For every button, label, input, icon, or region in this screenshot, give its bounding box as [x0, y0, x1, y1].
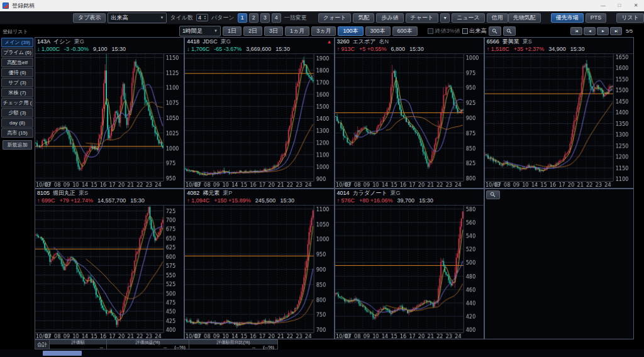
- chart-tile-header: 4014カラダノート東G: [335, 189, 484, 197]
- chart-tile: 8105堀田丸正東S↑ 699C+79 +12.74%14,557,70015:…: [35, 189, 184, 340]
- zoom-in-icon[interactable]: [489, 26, 501, 36]
- news-button[interactable]: ニュース: [452, 13, 485, 23]
- last-page-icon[interactable]: ▶|: [610, 27, 622, 35]
- volume-value: 9,100: [93, 45, 108, 53]
- stock-code: 8105: [37, 190, 50, 197]
- price-chart-canvas[interactable]: [185, 206, 333, 340]
- quote-button[interactable]: クォート: [318, 13, 352, 23]
- search-button[interactable]: [486, 190, 500, 199]
- range-3month-button[interactable]: 3ヵ月: [311, 26, 336, 36]
- sidebar-item[interactable]: 少額 (3): [1, 108, 33, 118]
- price-chart-canvas[interactable]: [335, 206, 484, 340]
- sidebar-item[interactable]: サブ (3): [1, 78, 33, 87]
- stock-market: 東S: [79, 190, 88, 197]
- pattern-4-button[interactable]: 4: [272, 13, 281, 23]
- pattern-2-button[interactable]: 2: [249, 13, 258, 23]
- last-price: ↑ 1,518C: [487, 45, 509, 53]
- bars-100-button[interactable]: 100本: [338, 26, 363, 36]
- last-price: ↓ 1,706C: [187, 45, 209, 53]
- bars-300-button[interactable]: 300本: [365, 26, 391, 36]
- sidebar: 登録リスト メイン (39)プライム (6)高配当etf優待 (6)サブ (3)…: [0, 25, 35, 339]
- range-1day-button[interactable]: 1日: [223, 26, 242, 36]
- spinner-arrows-icon[interactable]: ▲▼: [204, 15, 206, 20]
- checkbox-icon: [428, 28, 433, 34]
- tile-count-spinner[interactable]: 4▲▼: [196, 14, 208, 21]
- pager-group: |◀◀▶▶| 5/5: [570, 27, 634, 35]
- bars-600-button[interactable]: 600本: [392, 26, 418, 36]
- indicator-dropdown[interactable]: 出来高▼: [108, 13, 167, 23]
- depth-button[interactable]: 気配: [353, 13, 374, 23]
- pattern-3-button[interactable]: 3: [260, 13, 270, 23]
- tick-data-button[interactable]: 歩み値: [376, 13, 403, 23]
- toolbar-left-group: タブ表示出来高▼タイル数4▲▼パターン1234一括変更クォート気配歩み値チャート…: [73, 13, 508, 23]
- window-controls: — □ ✕: [595, 0, 644, 11]
- close-button[interactable]: ✕: [628, 0, 644, 11]
- chart-tile-quote: ↑ 1,518C+35 +2.37%34,90015:30: [485, 45, 633, 54]
- sidebar-item[interactable]: メイン (39): [1, 38, 33, 47]
- stock-market: 東P: [223, 190, 232, 197]
- sidebar-item[interactable]: day (8): [1, 118, 33, 128]
- stock-code: 6566: [487, 38, 499, 45]
- sidebar-item[interactable]: チェック用 (: [1, 98, 33, 107]
- chart-tile-header: 4082稀元素東P: [185, 189, 333, 197]
- timeframe-dropdown[interactable]: 1時間足▼: [179, 26, 221, 36]
- volume-checkbox[interactable]: 出来高: [462, 27, 487, 35]
- spinner-down-icon[interactable]: ▼: [204, 18, 206, 20]
- tab-display-button[interactable]: タブ表示: [73, 13, 106, 23]
- futures-quote-button[interactable]: 先物気配: [508, 13, 541, 23]
- sidebar-item[interactable]: プライム (6): [1, 48, 33, 57]
- quote-time: 15:30: [419, 197, 433, 204]
- watchlist-header: 登録リスト: [0, 26, 35, 37]
- stock-code: 143A: [37, 38, 50, 45]
- chart-toolbar: 1時間足▼1日2日3日1ヵ月3ヵ月100本300本600本終値3%値出来高 |◀…: [35, 25, 634, 37]
- summary-column: 評価額--: [50, 339, 107, 349]
- price-chart-canvas[interactable]: [35, 54, 184, 189]
- first-page-icon[interactable]: |◀: [570, 27, 582, 35]
- chart-tile: 6566要興業東S↑ 1,518C+35 +2.37%34,90015:30: [484, 37, 634, 189]
- main-panel: 1時間足▼1日2日3日1ヵ月3ヵ月100本300本600本終値3%値出来高 |◀…: [35, 25, 634, 339]
- chart-tile: 143Aイシン東G↓ 1,000C-3 -0.30%9,10015:30: [35, 37, 184, 189]
- price-chart-canvas[interactable]: [35, 206, 184, 340]
- toolbar-right-group: 先物気配優先市場PTSリストタイル株価ボード設定∞↺T?: [508, 13, 644, 23]
- summary-column-header: 評価損益(%): [107, 340, 189, 344]
- chart-menu-button[interactable]: ▼: [440, 13, 450, 23]
- stock-code: 4418: [187, 38, 199, 45]
- sidebar-item[interactable]: 高配当etf: [1, 58, 33, 67]
- add-list-button[interactable]: 新規追加: [3, 140, 32, 150]
- pts-button[interactable]: PTS: [586, 13, 607, 23]
- last-price: ↓ 1,000C: [37, 45, 60, 53]
- chevron-down-icon: ▼: [160, 16, 164, 19]
- chart-tile: 4418JDSC東G▲↓ 1,706C-65 -3.67%3,669,60015…: [184, 37, 334, 189]
- price-chart-canvas[interactable]: [185, 54, 333, 189]
- sidebar-item[interactable]: 高市 (15): [1, 128, 33, 138]
- close-3pct-checkbox[interactable]: 終値3%値: [428, 27, 460, 35]
- range-2day-button[interactable]: 2日: [243, 26, 262, 36]
- margin-button[interactable]: 信用: [487, 13, 508, 23]
- list-view-button[interactable]: リスト: [616, 13, 644, 23]
- sidebar-item[interactable]: 米株 (7): [1, 88, 33, 97]
- app-icon: [3, 3, 9, 9]
- page-indicator: 5/5: [626, 28, 633, 34]
- price-chart-canvas[interactable]: [485, 54, 633, 189]
- pattern-label: パターン: [211, 14, 235, 22]
- sidebar-item[interactable]: 優待 (6): [1, 68, 33, 77]
- priority-market-button[interactable]: 優先市場: [551, 13, 584, 23]
- window-title: 登録銘柄: [12, 2, 595, 10]
- watchlist-items: メイン (39)プライム (6)高配当etf優待 (6)サブ (3)米株 (7)…: [0, 37, 35, 138]
- pattern-1-button[interactable]: 1: [238, 13, 247, 23]
- prev-page-icon[interactable]: ◀: [584, 27, 596, 35]
- range-1month-button[interactable]: 1ヵ月: [285, 26, 309, 36]
- chart-button[interactable]: チャート: [406, 13, 439, 23]
- stock-market: 東S: [523, 38, 532, 45]
- zoom-out-icon[interactable]: [503, 26, 516, 36]
- price-chart-canvas[interactable]: [335, 54, 484, 189]
- range-3day-button[interactable]: 3日: [264, 26, 283, 36]
- price-change: +80 +16.06%: [359, 197, 393, 204]
- maximize-button[interactable]: □: [611, 0, 628, 11]
- chart-grid: 143Aイシン東G↓ 1,000C-3 -0.30%9,10015:304418…: [35, 37, 634, 339]
- stock-name: 堀田丸正: [53, 190, 75, 197]
- chart-tile-quote: ↑ 699C+79 +12.74%14,557,70015:30: [35, 197, 184, 206]
- minimize-button[interactable]: —: [595, 0, 611, 11]
- chart-tile-quote: ↑ 1,094C+150 +15.89%245,50015:30: [185, 197, 333, 206]
- next-page-icon[interactable]: ▶: [597, 27, 609, 35]
